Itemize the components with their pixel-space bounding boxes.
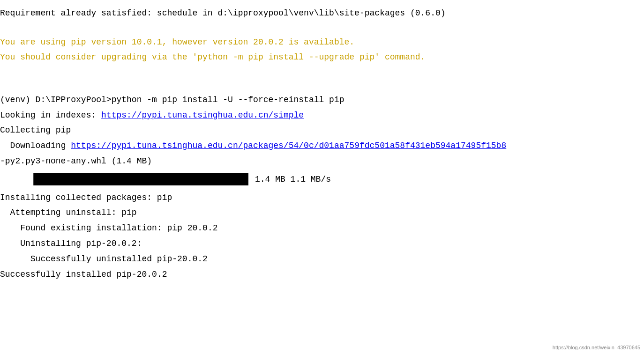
empty-line-2 — [0, 65, 644, 79]
line-upgrade-suggestion: You should consider upgrading via the 'p… — [0, 50, 644, 65]
line-pip-version-warning: You are using pip version 10.0.1, howeve… — [0, 35, 644, 50]
line-requirement: Requirement already satisfied: schedule … — [0, 6, 644, 21]
terminal-output: Requirement already satisfied: schedule … — [0, 4, 644, 284]
empty-line-3 — [0, 79, 644, 92]
line-successfully-uninstalled: Successfully uninstalled pip-20.0.2 — [0, 251, 644, 267]
line-downloading: Downloading https://pypi.tuna.tsinghua.e… — [0, 138, 644, 154]
progress-stats: 1.4 MB 1.1 MB/s — [255, 173, 331, 186]
line-installing-collected: Installing collected packages: pip — [0, 190, 644, 206]
line-whl-filename: -py2.py3-none-any.whl (1.4 MB) — [0, 154, 644, 169]
line-successfully-installed: Successfully installed pip-20.0.2 — [0, 267, 644, 282]
line-uninstalling: Uninstalling pip-20.0.2: — [0, 236, 644, 251]
tsinghua-index-link[interactable]: https://pypi.tuna.tsinghua.edu.cn/simple — [101, 111, 304, 120]
watermark: https://blog.csdn.net/weixin_43970645 — [553, 345, 640, 350]
empty-line-1 — [0, 21, 644, 35]
download-progress-bar — [33, 173, 248, 185]
line-attempting-uninstall: Attempting uninstall: pip — [0, 205, 644, 221]
package-download-link[interactable]: https://pypi.tuna.tsinghua.edu.cn/packag… — [71, 141, 506, 150]
line-collecting-pip: Collecting pip — [0, 123, 644, 138]
line-looking-indexes: Looking in indexes: https://pypi.tuna.ts… — [0, 108, 644, 123]
progress-bar-container: 1.4 MB 1.1 MB/s — [0, 169, 644, 190]
line-found-existing: Found existing installation: pip 20.0.2 — [0, 221, 644, 236]
line-command: (venv) D:\IPProxyPool>python -m pip inst… — [0, 92, 644, 108]
